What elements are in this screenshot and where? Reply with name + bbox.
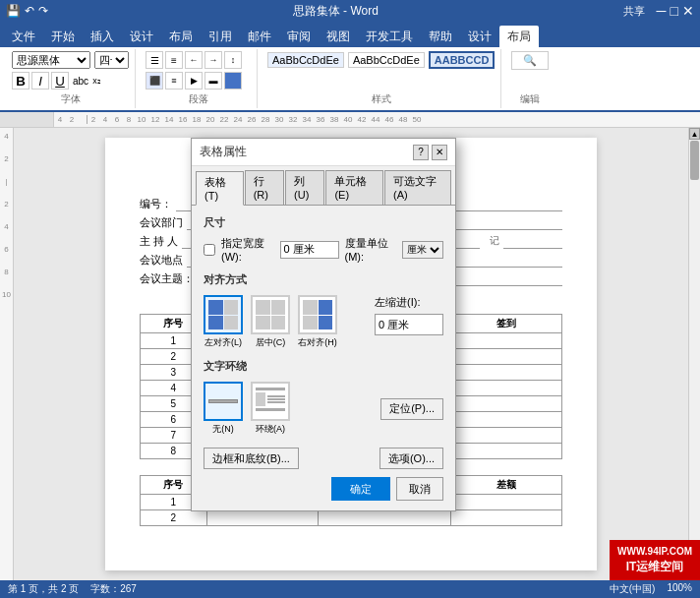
preferred-width-label: 指定宽度(W): <box>221 236 274 263</box>
font-group: 思源黑体 四号 B I U abc x₂ 字体 <box>6 49 136 108</box>
measure-unit-label: 度量单位(M): <box>345 236 397 263</box>
num-label: 编号： <box>140 197 172 211</box>
indent-label: 左缩进(I): <box>375 295 443 310</box>
vertical-scrollbar[interactable]: ▲ ▼ <box>688 128 700 580</box>
dialog-title: 表格属性 <box>200 144 247 160</box>
paragraph-group: ☰ ≡ ← → ↕ ⬛ ≡ ▶ ▬ 段落 <box>140 49 258 108</box>
align-right-btn[interactable]: ▶ <box>185 72 203 90</box>
dialog-tab-cell[interactable]: 单元格(E) <box>325 170 383 205</box>
save-icon[interactable]: 💾 <box>6 4 21 18</box>
redo-icon[interactable]: ↷ <box>38 4 48 18</box>
justify-btn[interactable]: ▬ <box>204 72 222 90</box>
dialog-titlebar: 表格属性 ? ✕ <box>192 139 455 166</box>
tab-insert[interactable]: 插入 <box>83 26 122 47</box>
ok-button[interactable]: 确定 <box>331 477 390 501</box>
tab-view[interactable]: 视图 <box>319 26 358 47</box>
style-normal[interactable]: AaBbCcDdEe <box>267 52 344 68</box>
tab-file[interactable]: 文件 <box>4 26 43 47</box>
tab-references[interactable]: 引用 <box>201 26 240 47</box>
border-shading-btn[interactable]: 边框和底纹(B)... <box>204 448 299 469</box>
indent-input[interactable] <box>375 314 443 335</box>
watermark: WWW.94IP.COM IT运维空间 <box>610 540 700 580</box>
dept-label: 会议部门 <box>140 215 183 230</box>
watermark-url: WWW.94IP.COM <box>617 545 692 559</box>
tab-review[interactable]: 审阅 <box>279 26 319 47</box>
word-count: 字数：267 <box>90 582 137 596</box>
dialog-tab-alt-text[interactable]: 可选文字(A) <box>384 170 451 205</box>
align-left-label: 左对齐(L) <box>204 336 242 349</box>
preferred-width-checkbox[interactable] <box>204 244 215 256</box>
align-center-btn[interactable]: ≡ <box>165 72 183 90</box>
dialog-help-btn[interactable]: ? <box>413 145 429 160</box>
shading-btn[interactable] <box>224 72 242 90</box>
dialog-tab-table[interactable]: 表格(T) <box>196 171 244 206</box>
wrap-none-option[interactable]: 无(N) <box>204 382 243 436</box>
style-heading1[interactable]: AABBCCD <box>429 51 496 69</box>
measure-unit-select[interactable]: 厘米 <box>402 241 443 259</box>
cancel-button[interactable]: 取消 <box>396 477 443 501</box>
dialog-tab-row[interactable]: 行(R) <box>245 170 284 205</box>
tab-home[interactable]: 开始 <box>43 26 83 47</box>
underline-btn[interactable]: U <box>51 72 69 90</box>
app-title: 思路集体 - Word <box>52 3 619 20</box>
dialog-tab-col[interactable]: 列(U) <box>285 170 324 205</box>
tab-mailings[interactable]: 邮件 <box>240 26 279 47</box>
align-right-label: 右对齐(H) <box>298 336 337 349</box>
wrap-none-label: 无(N) <box>212 423 234 436</box>
find-btn[interactable]: 🔍 <box>511 51 549 70</box>
options-btn[interactable]: 选项(O)... <box>379 448 443 469</box>
style-no-space[interactable]: AaBbCcDdEe <box>348 52 425 68</box>
share-button[interactable]: 共享 <box>623 4 645 19</box>
col-sign: 签到 <box>451 315 562 333</box>
strikethrough-label: abc <box>73 76 88 87</box>
bold-btn[interactable]: B <box>12 72 29 90</box>
indent-dec-btn[interactable]: ← <box>185 51 203 69</box>
position-btn[interactable]: 定位(P)... <box>380 398 443 420</box>
zoom-level[interactable]: 100% <box>667 582 692 596</box>
font-size-selector[interactable]: 四号 <box>94 51 129 69</box>
record-note: 记 <box>490 234 499 249</box>
status-bar: 第 1 页，共 2 页 字数：267 中文(中国) 100% <box>0 580 700 598</box>
table-properties-dialog: 表格属性 ? ✕ 表格(T) 行(R) 列(U) 单元格(E) 可选文字(A) <box>191 138 456 511</box>
dialog-close-btn[interactable]: ✕ <box>432 145 447 160</box>
subscript-label: x₂ <box>92 76 101 86</box>
maximize-btn[interactable]: □ <box>671 3 678 19</box>
text-wrap-section-label: 文字环绕 <box>204 359 443 374</box>
tab-design[interactable]: 设计 <box>122 26 161 47</box>
italic-btn[interactable]: I <box>31 72 49 90</box>
wrap-around-option[interactable]: 环绕(A) <box>251 382 290 436</box>
host-label: 主 持 人 <box>140 234 178 249</box>
style-group-label: 样式 <box>267 92 495 106</box>
align-center-label: 居中(C) <box>256 336 286 349</box>
preferred-width-input[interactable] <box>280 241 339 259</box>
list-btn[interactable]: ☰ <box>146 51 163 69</box>
paragraph-group-label: 段落 <box>146 92 251 106</box>
language: 中文(中国) <box>610 582 656 596</box>
watermark-text: IT运维空间 <box>617 559 692 575</box>
undo-icon[interactable]: ↶ <box>25 4 34 18</box>
editing-group-label: 编辑 <box>511 92 549 106</box>
location-label: 会议地点 <box>140 253 183 268</box>
vertical-ruler: 42|246810 <box>0 128 14 580</box>
align-left-option[interactable]: 左对齐(L) <box>204 295 243 349</box>
sort-btn[interactable]: ↕ <box>224 51 242 69</box>
font-selector[interactable]: 思源黑体 <box>12 51 90 69</box>
align-right-option[interactable]: 右对齐(H) <box>298 295 337 349</box>
align-center-option[interactable]: 居中(C) <box>251 295 290 349</box>
topic-label: 会议主题： <box>140 271 194 286</box>
tab-table-layout[interactable]: 布局 <box>499 26 539 47</box>
tab-dev[interactable]: 开发工具 <box>358 26 421 47</box>
close-btn[interactable]: ✕ <box>682 3 694 19</box>
tab-layout[interactable]: 布局 <box>161 26 201 47</box>
tab-table-design[interactable]: 设计 <box>460 26 499 47</box>
ruler: 4 2 2 4 6 8 10 12 14 16 18 20 22 24 26 2… <box>54 115 424 124</box>
tab-help[interactable]: 帮助 <box>421 26 460 47</box>
size-section-label: 尺寸 <box>204 215 443 230</box>
align-section-label: 对齐方式 <box>204 272 443 287</box>
align-left-btn[interactable]: ⬛ <box>146 72 163 90</box>
editing-group: 🔍 编辑 <box>505 49 554 108</box>
font-group-label: 字体 <box>12 92 129 106</box>
indent-inc-btn[interactable]: → <box>204 51 222 69</box>
num-list-btn[interactable]: ≡ <box>165 51 183 69</box>
minimize-btn[interactable]: ─ <box>657 3 667 19</box>
